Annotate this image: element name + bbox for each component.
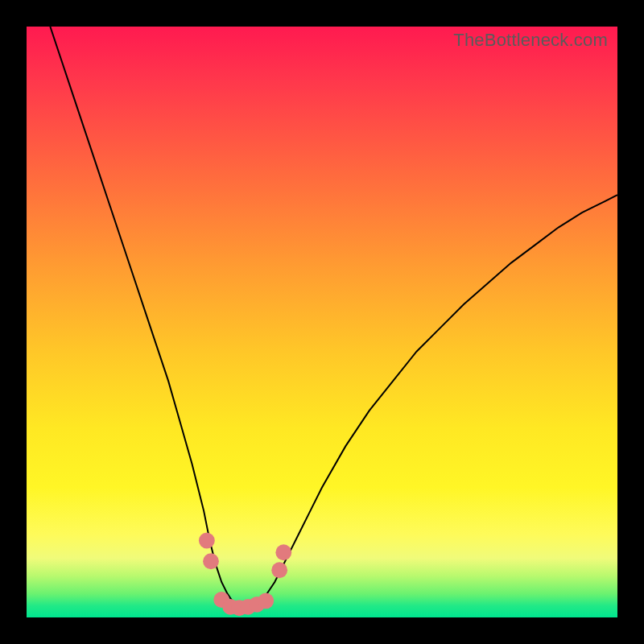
- marker-group: [199, 533, 291, 616]
- plot-area: TheBottleneck.com: [27, 27, 617, 617]
- marker-dot: [258, 593, 274, 609]
- marker-dot: [203, 553, 219, 569]
- brand-watermark: TheBottleneck.com: [453, 30, 608, 51]
- chart-container: TheBottleneck.com: [0, 0, 644, 644]
- markers-layer: [27, 27, 617, 617]
- marker-dot: [271, 562, 287, 578]
- marker-dot: [199, 533, 215, 549]
- marker-dot: [275, 544, 291, 560]
